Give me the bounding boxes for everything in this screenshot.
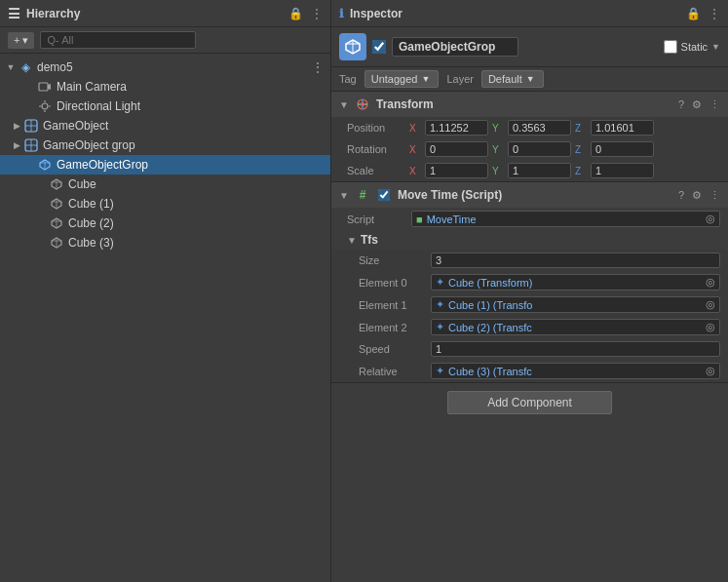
item-menu-icon: ⋮ [311, 59, 330, 75]
tree-item-cube-2[interactable]: Cube (2) [0, 213, 330, 233]
tag-dropdown[interactable]: Untagged ▼ [364, 70, 440, 88]
relative-label: Relative [359, 366, 427, 377]
rotation-z-input[interactable] [591, 141, 654, 157]
element0-circle: ◎ [706, 276, 715, 289]
tree-item-label-cube-2: Cube (2) [68, 216, 330, 230]
element0-ref[interactable]: ✦ Cube (Transform) ◎ [431, 274, 720, 291]
position-z-input[interactable] [591, 120, 654, 136]
tree-item-label-directional-light: Directional Light [57, 99, 330, 113]
tree-item-gameobjectgrop[interactable]: GameObjectGrop [0, 155, 330, 175]
element2-ref[interactable]: ✦ Cube (2) (Transfc ◎ [431, 319, 720, 335]
position-row: Position X Y Z [331, 117, 728, 138]
lock-icon: 🔒 [288, 7, 303, 20]
script-active-checkbox[interactable] [378, 189, 390, 201]
scale-z-input[interactable] [591, 163, 654, 178]
tree-item-cube-1[interactable]: Cube (1) [0, 194, 330, 213]
add-component-button[interactable]: Add Component [447, 391, 612, 414]
add-button[interactable]: + ▾ [8, 32, 34, 49]
tree-item-label-main-camera: Main Camera [57, 80, 330, 94]
layer-value: Default [488, 73, 522, 85]
script-ref-circle: ◎ [706, 213, 715, 225]
tfs-row: ▼ Tfs [331, 230, 728, 250]
inspector-panel-icons: 🔒 ⋮ [686, 7, 720, 20]
tree-item-gameobject[interactable]: ▶ GameObject [0, 116, 330, 136]
tfs-expand-arrow[interactable]: ▼ [347, 235, 357, 246]
script-ref-field[interactable]: ■ MoveTime ◎ [411, 211, 720, 227]
z-axis-rot: Z [575, 144, 587, 155]
transform-arrow: ▼ [339, 99, 349, 110]
svg-point-2 [42, 103, 48, 109]
script-ref-icon: ■ [416, 213, 423, 225]
relative-circle: ◎ [706, 365, 715, 377]
scale-y-input[interactable] [508, 163, 571, 178]
move-time-header[interactable]: ▼ # Move Time (Script) ? ⚙ ⋮ [331, 182, 728, 208]
size-label: Size [359, 254, 427, 266]
gameobject-name-input[interactable] [392, 37, 518, 57]
x-axis-scale: X [409, 166, 421, 176]
static-checkbox[interactable] [664, 40, 677, 54]
camera-icon [37, 79, 53, 95]
rotation-y-input[interactable] [508, 141, 571, 157]
folder-icon: ◈ [18, 59, 33, 75]
size-row: Size [331, 250, 728, 271]
hierarchy-header: ☰ Hierarchy 🔒 ⋮ [0, 0, 330, 27]
element1-label: Element 1 [359, 299, 427, 311]
speed-input[interactable] [431, 341, 720, 357]
tree-item-cube[interactable]: Cube [0, 175, 330, 194]
hierarchy-toolbar: + ▾ [0, 27, 330, 54]
light-icon [37, 98, 53, 114]
relative-ref[interactable]: ✦ Cube (3) (Transfc ◎ [431, 363, 720, 379]
move-time-arrow: ▼ [339, 190, 349, 201]
element2-circle: ◎ [706, 321, 715, 333]
more-options-icon[interactable]: ⋮ [709, 98, 720, 111]
tree-item-cube-3[interactable]: Cube (3) [0, 233, 330, 252]
transform-icon [355, 97, 370, 112]
transform-title: Transform [376, 97, 672, 111]
svg-rect-0 [39, 83, 48, 91]
tag-value: Untagged [371, 73, 418, 85]
svg-point-32 [361, 102, 364, 106]
search-input[interactable] [40, 31, 196, 49]
inspector-panel: ℹ Inspector 🔒 ⋮ Static ▼ [331, 0, 728, 582]
element1-text: Cube (1) (Transfo [448, 299, 702, 311]
hierarchy-title-text: Hierarchy [26, 7, 80, 20]
script-icon: # [355, 187, 370, 203]
expand-arrow-go: ▶ [10, 121, 23, 131]
script-settings-icon[interactable]: ⚙ [692, 189, 702, 202]
active-checkbox[interactable] [372, 40, 386, 54]
tree-item-label-cube: Cube [68, 177, 330, 191]
size-input[interactable] [431, 252, 720, 268]
scale-row: Scale X Y Z [331, 160, 728, 181]
x-axis-pos: X [409, 123, 421, 134]
move-time-section: ▼ # Move Time (Script) ? ⚙ ⋮ Script ■ Mo… [331, 182, 728, 383]
script-help-icon[interactable]: ? [678, 189, 684, 202]
gameobject-grop-icon [23, 137, 39, 153]
tree-item-directional-light[interactable]: Directional Light [0, 97, 330, 116]
tag-label: Tag [339, 73, 357, 85]
layer-dropdown[interactable]: Default ▼ [481, 70, 544, 88]
tree-item-gameobject-grop[interactable]: ▶ GameObject grop [0, 136, 330, 155]
transform-header[interactable]: ▼ Transform ? ⚙ ⋮ [331, 92, 728, 117]
static-dropdown-arrow[interactable]: ▼ [711, 42, 720, 52]
tree-item-label-gameobjectgrop: GameObjectGrop [57, 158, 330, 172]
tree-item-main-camera[interactable]: Main Camera [0, 77, 330, 97]
add-component-bar: Add Component [331, 383, 728, 422]
tree-item-demo5[interactable]: ▼ ◈ demo5 ⋮ [0, 58, 330, 77]
scale-x-input[interactable] [425, 163, 488, 178]
rotation-x-input[interactable] [425, 141, 488, 157]
position-y-input[interactable] [508, 120, 571, 136]
add-button-label: + ▾ [14, 34, 28, 47]
tree-item-label-cube-1: Cube (1) [68, 197, 330, 211]
hierarchy-panel-icons: 🔒 ⋮ [288, 7, 323, 20]
settings-icon[interactable]: ⚙ [692, 98, 702, 111]
help-icon[interactable]: ? [678, 98, 684, 111]
element0-label: Element 0 [359, 277, 427, 289]
position-x-input[interactable] [425, 120, 488, 136]
element2-icon: ✦ [436, 321, 444, 333]
tag-layer-row: Tag Untagged ▼ Layer Default ▼ [331, 67, 728, 92]
move-time-title: Move Time (Script) [398, 188, 672, 202]
script-label: Script [347, 213, 405, 225]
script-more-icon[interactable]: ⋮ [709, 189, 720, 202]
inspector-header: ℹ Inspector 🔒 ⋮ [331, 0, 728, 27]
element1-ref[interactable]: ✦ Cube (1) (Transfo ◎ [431, 296, 720, 313]
